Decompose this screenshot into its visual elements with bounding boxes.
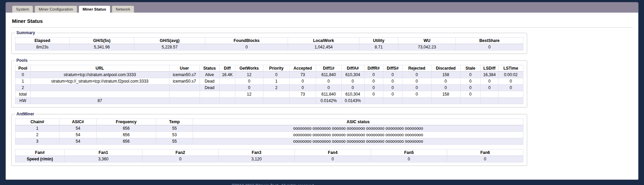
fans-table: Fan#Fan1Fan2Fan3Fan4Fan5Fan6Speed (r/min… <box>15 149 523 162</box>
table-cell: 0 <box>364 78 383 85</box>
table-cell: oooooooo oooooooo oooooo oooooooo oooooo… <box>193 125 523 132</box>
table-cell: iceman50.s7 <box>169 72 200 78</box>
table-cell: 0 <box>364 72 383 78</box>
column-header: Priority <box>263 65 289 72</box>
table-cell: 0 <box>460 72 480 78</box>
table-cell <box>200 91 219 98</box>
table-cell: 1 <box>15 78 31 85</box>
table-cell <box>498 91 523 98</box>
table-cell: 0 <box>263 72 289 78</box>
table-row: 2Dead020000000000 <box>15 85 523 91</box>
table-cell: 0 <box>383 91 402 98</box>
column-header: Stale <box>460 65 480 72</box>
table-cell: total <box>15 91 31 98</box>
table-cell: 16.4K <box>219 72 235 78</box>
table-cell: 0 <box>235 78 263 85</box>
column-header: Diff <box>219 65 235 72</box>
column-header: ASIC# <box>59 119 97 125</box>
table-cell <box>289 98 316 104</box>
column-header: Frequency <box>96 119 156 125</box>
column-header: DiffA# <box>341 65 364 72</box>
table-cell <box>263 91 289 98</box>
table-row: 0stratum+tcp://stratum.antpool.com:3333i… <box>15 72 523 78</box>
table-cell: oooooooo oooooooo oooooo oooooooo oooooo… <box>193 132 523 138</box>
table-cell: 0 <box>316 85 341 91</box>
table-cell: Dead <box>200 78 219 85</box>
tab-system[interactable]: System <box>12 5 33 13</box>
table-cell <box>169 85 200 91</box>
pools-table: PoolURLUserStatusDiffGetWorksPriorityAcc… <box>15 65 523 104</box>
table-cell: 610,304 <box>341 91 364 98</box>
column-header: LocalWork <box>288 38 359 44</box>
table-cell: 611,840 <box>316 72 341 78</box>
table-cell: 0 <box>294 156 371 162</box>
column-header: Utility <box>359 38 398 44</box>
table-cell: 611,840 <box>316 91 341 98</box>
column-header: Fan# <box>15 150 65 156</box>
column-header: Elapsed <box>15 38 70 44</box>
table-cell: 0 <box>498 85 523 91</box>
footer-text: ©2013-2016 Bitmain Tech. All rights rese… <box>232 183 315 185</box>
table-cell: 656 <box>96 125 156 132</box>
table-cell: 0 <box>456 44 523 51</box>
column-header: Fan3 <box>218 150 294 156</box>
column-header: GH/S(avg) <box>134 38 205 44</box>
column-header: ASIC status <box>193 119 523 125</box>
column-header: Chain# <box>15 119 59 125</box>
table-cell: 0 <box>341 78 364 85</box>
table-cell <box>431 98 460 104</box>
table-cell: 0.0142% <box>316 98 341 104</box>
table-cell <box>383 98 402 104</box>
column-header: Pool <box>15 65 31 72</box>
column-header: LSTime <box>498 65 523 72</box>
table-cell: 0 <box>431 85 460 91</box>
tab-miner-configuration[interactable]: Miner Configuration <box>35 5 77 13</box>
column-header: Fan2 <box>142 150 218 156</box>
table-cell: 656 <box>96 132 156 138</box>
table-header-row: Chain#ASIC#FrequencyTempASIC status <box>15 119 523 125</box>
table-cell: 2 <box>263 85 289 91</box>
table-cell: Dead <box>200 85 219 91</box>
table-cell: 54 <box>59 132 97 138</box>
table-cell: 0 <box>383 72 402 78</box>
table-header-row: PoolURLUserStatusDiffGetWorksPriorityAcc… <box>15 65 523 72</box>
table-cell: Speed (r/min) <box>15 156 65 162</box>
table-cell: 0:00:02 <box>498 72 523 78</box>
table-cell: 0 <box>371 156 447 162</box>
table-cell <box>481 98 498 104</box>
table-cell <box>219 78 235 85</box>
column-header: Rejected <box>402 65 431 72</box>
tab-network[interactable]: Network <box>112 5 134 13</box>
table-cell: 0 <box>383 85 402 91</box>
table-cell: 0 <box>289 85 316 91</box>
column-header: Fan1 <box>65 150 142 156</box>
table-cell: 73,042.23 <box>398 44 456 51</box>
table-cell: 12 <box>235 72 263 78</box>
tab-miner-status[interactable]: Miner Status <box>79 5 110 13</box>
table-row: HW870.0142%0.0143% <box>15 98 523 104</box>
chains-table: Chain#ASIC#FrequencyTempASIC status15465… <box>15 118 523 145</box>
table-cell: 53 <box>156 132 193 138</box>
table-cell <box>402 98 431 104</box>
table-row: 8m23s5,341.965,228.5701,042,4548.7173,04… <box>15 44 523 51</box>
table-cell: 0 <box>431 78 460 85</box>
table-cell: 0 <box>289 78 316 85</box>
table-cell <box>219 98 235 104</box>
table-cell: 0 <box>402 85 431 91</box>
column-header: Temp <box>156 119 193 125</box>
column-header: Status <box>200 65 219 72</box>
column-header: Discarded <box>431 65 460 72</box>
column-header: Fan6 <box>447 150 523 156</box>
table-cell: 0 <box>316 78 341 85</box>
column-header: Fan5 <box>371 150 447 156</box>
table-cell: 5,341.96 <box>70 44 134 51</box>
table-cell: 0 <box>364 91 383 98</box>
table-cell: 0 <box>15 72 31 78</box>
table-cell: 0 <box>142 156 218 162</box>
table-row: 1stratum+tcp://_stratum+tcp://stratum.f2… <box>15 78 523 85</box>
table-cell <box>219 91 235 98</box>
column-header: GetWorks <box>235 65 263 72</box>
table-header-row: ElapsedGH/S(5s)GH/S(avg)FoundBlocksLocal… <box>15 38 523 44</box>
table-cell: 0 <box>498 78 523 85</box>
pools-section: Pools PoolURLUserStatusDiffGetWorksPrior… <box>11 58 527 108</box>
